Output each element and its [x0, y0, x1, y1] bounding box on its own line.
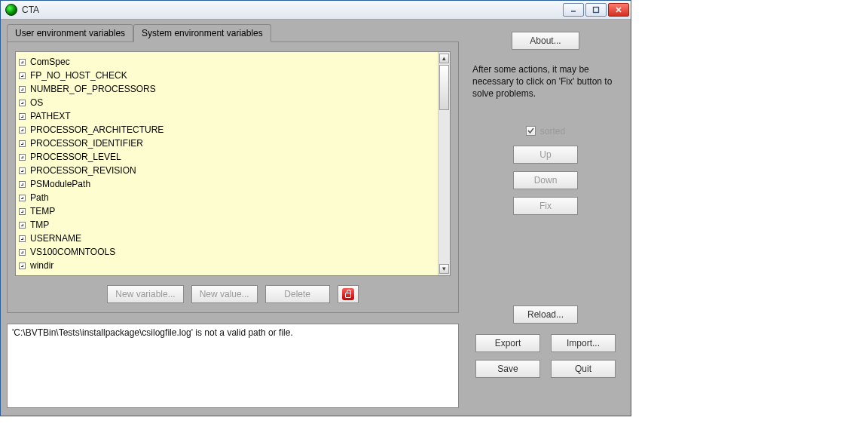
tab-system-env[interactable]: System environment variables [133, 24, 271, 42]
tree-item-label: TEMP [30, 206, 55, 216]
maximize-button[interactable] [585, 3, 607, 17]
tree-item[interactable]: PROCESSOR_IDENTIFIER [19, 137, 436, 150]
tree-item[interactable]: PSModulePath [19, 177, 436, 191]
tree-item-label: USERNAME [30, 233, 81, 244]
expand-icon[interactable] [19, 235, 26, 242]
save-button[interactable]: Save [475, 360, 540, 378]
tab-content: ComSpecFP_NO_HOST_CHECKNUMBER_OF_PROCESS… [7, 41, 459, 313]
about-button[interactable]: About... [512, 32, 579, 50]
tree-item-label: NUMBER_OF_PROCESSORS [30, 84, 156, 94]
tree-item-label: VS100COMNTOOLS [30, 247, 115, 257]
close-button[interactable] [608, 3, 629, 17]
expand-icon[interactable] [19, 222, 26, 229]
minimize-button[interactable] [563, 3, 584, 17]
tree-item-label: PATHEXT [30, 111, 71, 121]
tree-item[interactable]: NUMBER_OF_PROCESSORS [19, 82, 436, 96]
tree-item[interactable]: PROCESSOR_LEVEL [19, 150, 436, 164]
expand-icon[interactable] [19, 181, 26, 188]
delete-button[interactable]: Delete [265, 285, 330, 303]
expand-icon[interactable] [19, 262, 26, 269]
tree-item[interactable]: USERNAME [19, 232, 436, 245]
expand-icon[interactable] [19, 140, 26, 147]
hint-text: After some actions, it may be necessary … [472, 63, 619, 100]
tree-item-label: FP_NO_HOST_CHECK [30, 70, 127, 81]
app-window: CTA User environment variables System en… [0, 0, 631, 416]
tree-item-label: PROCESSOR_LEVEL [30, 152, 121, 162]
export-button[interactable]: Export [475, 334, 540, 352]
expand-icon[interactable] [19, 113, 26, 120]
quit-button[interactable]: Quit [551, 360, 616, 378]
tree-item-label: PROCESSOR_ARCHITECTURE [30, 124, 164, 135]
fix-button[interactable]: Fix [513, 197, 578, 215]
reload-button[interactable]: Reload... [513, 305, 578, 324]
sorted-checkbox[interactable] [526, 126, 536, 136]
expand-icon[interactable] [19, 208, 26, 215]
tree-item-label: windir [30, 260, 53, 271]
tree-item-label: Path [30, 192, 49, 203]
tree-item[interactable]: windir [19, 259, 436, 272]
scroll-up-button[interactable]: ▴ [439, 54, 449, 63]
tree-item-label: OS [30, 97, 43, 108]
new-value-button[interactable]: New value... [191, 285, 258, 303]
expand-icon[interactable] [19, 167, 26, 174]
expand-icon[interactable] [19, 100, 26, 106]
scroll-down-button[interactable]: ▾ [439, 264, 449, 274]
expand-icon[interactable] [19, 249, 26, 256]
tree-item[interactable]: PROCESSOR_REVISION [19, 164, 436, 177]
titlebar: CTA [1, 1, 631, 20]
expand-icon[interactable] [19, 127, 26, 134]
app-icon [5, 4, 17, 16]
import-button[interactable]: Import... [551, 334, 616, 352]
tree-item[interactable]: FP_NO_HOST_CHECK [19, 69, 436, 82]
tree-item[interactable]: OS [19, 96, 436, 109]
lock-icon [342, 288, 354, 300]
new-variable-button[interactable]: New variable... [107, 285, 183, 303]
tree-item[interactable]: TEMP [19, 204, 436, 218]
tree-item-label: PROCESSOR_REVISION [30, 165, 136, 176]
up-button[interactable]: Up [513, 146, 578, 164]
tree-item[interactable]: PATHEXT [19, 109, 436, 123]
expand-icon[interactable] [19, 195, 26, 201]
tree-item[interactable]: VS100COMNTOOLS [19, 245, 436, 259]
tree-item-label: ComSpec [30, 57, 70, 67]
expand-icon[interactable] [19, 59, 26, 66]
tree-item-label: PROCESSOR_IDENTIFIER [30, 138, 143, 149]
window-title: CTA [22, 5, 39, 15]
expand-icon[interactable] [19, 86, 26, 93]
svg-rect-1 [594, 8, 599, 13]
tab-user-env[interactable]: User environment variables [7, 24, 133, 42]
scroll-thumb[interactable] [439, 65, 449, 110]
expand-icon[interactable] [19, 154, 26, 161]
tree-item[interactable]: ComSpec [19, 55, 436, 69]
log-output: 'C:\BVTBin\Tests\installpackage\csilogfi… [7, 324, 459, 408]
expand-icon[interactable] [19, 72, 26, 79]
tree-item-label: PSModulePath [30, 179, 90, 189]
tree-item-label: TMP [30, 219, 49, 230]
tree-item[interactable]: TMP [19, 218, 436, 232]
env-tree[interactable]: ComSpecFP_NO_HOST_CHECKNUMBER_OF_PROCESS… [15, 51, 451, 276]
scrollbar[interactable]: ▴ ▾ [438, 52, 450, 275]
tree-item[interactable]: PROCESSOR_ARCHITECTURE [19, 123, 436, 137]
lock-button[interactable] [338, 285, 359, 303]
sorted-label: sorted [540, 126, 565, 137]
down-button[interactable]: Down [513, 171, 578, 189]
tree-item[interactable]: Path [19, 191, 436, 204]
